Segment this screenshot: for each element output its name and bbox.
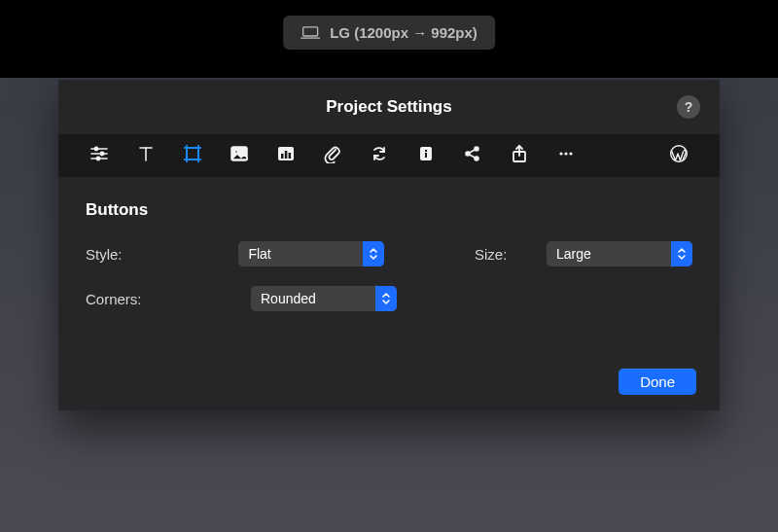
done-button[interactable]: Done [619,369,696,395]
image-icon [230,144,249,167]
svg-point-26 [475,157,478,160]
size-select[interactable]: Large [547,241,692,266]
chevron-updown-icon [375,286,397,311]
svg-rect-10 [187,148,198,160]
style-select-value: Flat [248,246,270,262]
sliders-icon [89,144,109,167]
recycle-icon [370,144,389,167]
style-select[interactable]: Flat [238,241,384,266]
help-icon: ? [685,99,693,115]
text-icon [136,144,156,167]
svg-line-27 [470,150,476,153]
row-corners: Corners: Rounded [86,286,692,311]
svg-rect-0 [303,27,318,36]
tab-image[interactable] [216,134,263,177]
style-label: Style: [86,246,238,263]
share-icon [463,144,482,167]
settings-toolbar [58,134,720,177]
svg-point-7 [96,157,99,160]
svg-rect-22 [425,150,427,152]
size-select-value: Large [556,246,591,262]
upload-icon [510,144,529,167]
svg-point-25 [475,147,478,151]
svg-point-24 [466,152,470,156]
svg-rect-19 [285,151,288,159]
chart-icon [276,144,296,167]
svg-point-31 [559,152,562,155]
tab-upload[interactable] [496,134,543,177]
viewport-size-label: LG (1200px → 992px) [330,24,477,41]
more-icon [556,144,576,167]
wordpress-icon [669,144,689,167]
project-settings-panel: Project Settings ? [58,80,720,410]
corners-select-value: Rounded [261,291,316,306]
viewport-size-pill[interactable]: LG (1200px → 992px) [283,16,495,50]
tab-more[interactable] [543,134,589,177]
corners-select[interactable]: Rounded [251,286,397,311]
size-label: Size: [475,246,547,263]
done-button-label: Done [640,373,675,390]
svg-line-28 [470,155,476,158]
tab-wordpress[interactable] [655,134,702,177]
section-title-buttons: Buttons [86,200,692,220]
row-style-size: Style: Flat Size: Large [86,241,692,266]
chevron-updown-icon [363,241,384,266]
tab-sync[interactable] [356,134,403,177]
tab-chart[interactable] [263,134,309,177]
help-button[interactable]: ? [677,95,700,119]
info-icon [416,144,436,167]
tab-share[interactable] [449,134,496,177]
svg-point-33 [569,152,572,155]
corners-label: Corners: [86,291,251,307]
panel-footer: Done [58,369,720,395]
tab-text[interactable] [123,134,169,177]
tab-sliders[interactable] [76,134,123,177]
attachment-icon [323,144,342,167]
tab-frame[interactable] [169,134,216,177]
tab-attachment[interactable] [309,134,356,177]
panel-body: Buttons Style: Flat Size: Large Corners: [58,177,720,329]
laptop-icon [301,26,320,40]
svg-point-5 [100,152,103,155]
panel-title: Project Settings [326,97,451,117]
panel-header: Project Settings ? [58,80,720,134]
svg-rect-23 [425,153,427,158]
svg-rect-18 [281,154,284,159]
crop-icon [183,144,202,167]
svg-rect-20 [289,153,292,159]
tab-info[interactable] [403,134,449,177]
svg-point-3 [94,147,97,150]
svg-point-32 [564,152,567,155]
chevron-updown-icon [671,241,692,266]
